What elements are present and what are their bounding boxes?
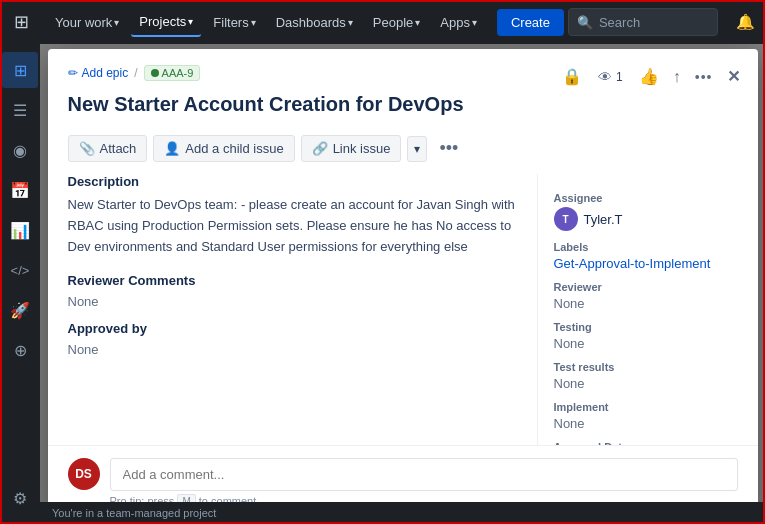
testing-label: Testing — [554, 321, 742, 333]
issue-status-dot — [151, 69, 159, 77]
add-epic-link[interactable]: ✏ Add epic — [68, 66, 129, 80]
sidebar-item-deployments[interactable]: 🚀 — [2, 292, 38, 328]
notifications-icon[interactable]: 🔔 — [730, 7, 761, 37]
test-results-value: None — [554, 376, 742, 391]
modal-actions-topright: 🔒 👁 1 👍 ↑ ••• ✕ — [558, 63, 743, 90]
issue-key-badge[interactable]: AAA-9 — [144, 65, 201, 81]
watch-button[interactable]: 👁 1 — [592, 65, 629, 89]
modal-overlay: 🔒 👁 1 👍 ↑ ••• ✕ ✏ Add epic / AAA-9 — [40, 44, 765, 524]
assignee-avatar: T — [554, 207, 578, 231]
modal-body: Description New Starter to DevOps team: … — [48, 174, 758, 445]
thumbs-up-icon[interactable]: 👍 — [635, 63, 663, 90]
comment-input[interactable] — [110, 458, 738, 491]
nav-icon-group: 🔔 ? ⚙ — [730, 7, 765, 37]
sidebar-item-backlog[interactable]: ◉ — [2, 132, 38, 168]
nav-dashboards[interactable]: Dashboards▾ — [268, 9, 361, 36]
left-panel: Description New Starter to DevOps team: … — [48, 174, 538, 445]
eye-icon: 👁 — [598, 69, 612, 85]
paperclip-icon: 📎 — [79, 141, 95, 156]
link-icon: 🔗 — [312, 141, 328, 156]
breadcrumb-separator: / — [134, 66, 137, 80]
reviewer-comments-value: None — [68, 294, 517, 309]
issue-modal: 🔒 👁 1 👍 ↑ ••• ✕ ✏ Add epic / AAA-9 — [48, 49, 758, 519]
bottom-status-text: You're in a team-managed project — [52, 507, 216, 519]
search-bar[interactable]: 🔍 — [568, 8, 718, 36]
test-results-label: Test results — [554, 361, 742, 373]
testing-value: None — [554, 336, 742, 351]
lock-icon[interactable]: 🔒 — [558, 63, 586, 90]
action-bar: 📎 Attach 👤 Add a child issue 🔗 Link issu… — [48, 135, 758, 174]
sidebar-item-code[interactable]: </> — [2, 252, 38, 288]
more-actions-button[interactable]: ••• — [433, 136, 464, 161]
description-content: New Starter to DevOps team: - please cre… — [68, 195, 517, 257]
reviewer-label: Reviewer — [554, 281, 742, 293]
description-label: Description — [68, 174, 517, 189]
more-options-icon[interactable]: ••• — [691, 65, 717, 89]
sidebar-item-settings[interactable]: ⚙ — [2, 480, 38, 516]
assignee-label: Assignee — [554, 192, 742, 204]
reviewer-comments-label: Reviewer Comments — [68, 273, 517, 288]
attach-button[interactable]: 📎 Attach — [68, 135, 148, 162]
bottom-bar: You're in a team-managed project — [40, 502, 765, 524]
labels-label: Labels — [554, 241, 742, 253]
implement-value: None — [554, 416, 742, 431]
nav-your-work[interactable]: Your work▾ — [47, 9, 127, 36]
issue-title: New Starter Account Creation for DevOps — [68, 91, 738, 117]
apps-grid-icon[interactable]: ⊞ — [8, 5, 35, 39]
watch-count: 1 — [616, 70, 623, 84]
labels-value[interactable]: Get-Approval-to-Implement — [554, 256, 742, 271]
link-issue-button[interactable]: 🔗 Link issue — [301, 135, 402, 162]
current-user-avatar: DS — [68, 458, 100, 490]
sidebar-item-add[interactable]: ⊕ — [2, 332, 38, 368]
implement-label: Implement — [554, 401, 742, 413]
sidebar: ⊞ ☰ ◉ 📅 📊 </> 🚀 ⊕ ⚙ — [0, 44, 40, 524]
add-child-issue-button[interactable]: 👤 Add a child issue — [153, 135, 294, 162]
edit-icon: ✏ — [68, 66, 78, 80]
action-dropdown-button[interactable]: ▾ — [407, 136, 427, 162]
share-icon[interactable]: ↑ — [669, 64, 685, 90]
search-input[interactable] — [599, 15, 709, 30]
sidebar-item-roadmap[interactable]: 📅 — [2, 172, 38, 208]
assignee-name: Tyler.T — [584, 212, 623, 227]
create-button[interactable]: Create — [497, 9, 564, 36]
nav-projects[interactable]: Projects▾ — [131, 8, 201, 37]
approved-by-label: Approved by — [68, 321, 517, 336]
right-panel: Assignee T Tyler.T Labels Get-Approval-t… — [538, 174, 758, 445]
reviewer-value: None — [554, 296, 742, 311]
sidebar-item-board[interactable]: ☰ — [2, 92, 38, 128]
search-icon: 🔍 — [577, 15, 593, 30]
nav-apps[interactable]: Apps▾ — [432, 9, 485, 36]
comment-input-wrap: Pro tip: press M to comment — [110, 458, 738, 507]
sidebar-item-reports[interactable]: 📊 — [2, 212, 38, 248]
approved-by-value: None — [68, 342, 517, 357]
child-icon: 👤 — [164, 141, 180, 156]
assignee-value[interactable]: T Tyler.T — [554, 207, 742, 231]
sidebar-item-home[interactable]: ⊞ — [2, 52, 38, 88]
modal-header: ✏ Add epic / AAA-9 New Starter Account C… — [48, 49, 758, 135]
nav-filters[interactable]: Filters▾ — [205, 9, 263, 36]
top-navigation: ⊞ Your work▾ Projects▾ Filters▾ Dashboar… — [0, 0, 765, 44]
nav-people[interactable]: People▾ — [365, 9, 428, 36]
close-icon[interactable]: ✕ — [723, 63, 744, 90]
